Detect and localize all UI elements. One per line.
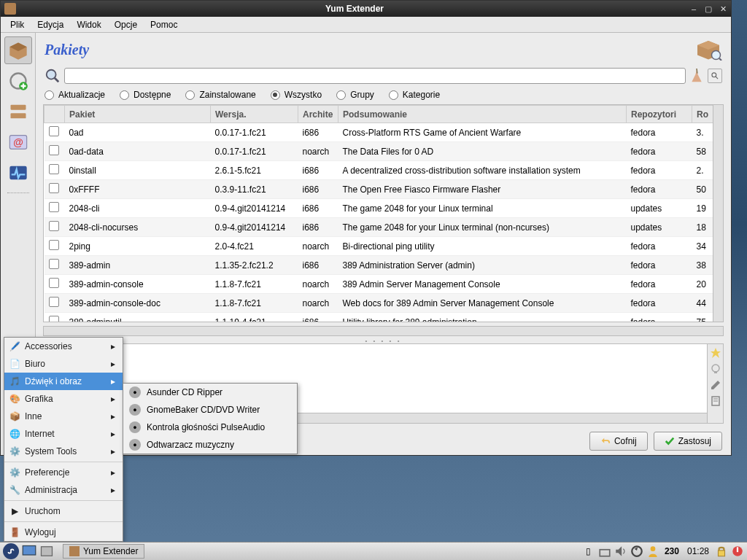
tray-lock-icon[interactable] xyxy=(715,545,728,558)
filter-all[interactable]: Wszystko xyxy=(271,90,322,100)
start-item[interactable]: 📦 Inne ▸ xyxy=(4,408,123,425)
start-item[interactable]: 🔧 Administracja ▸ xyxy=(4,481,123,499)
lightbulb-icon[interactable] xyxy=(710,363,721,375)
taskbar-yum-extender[interactable]: Yum Extender xyxy=(63,544,144,559)
start-item[interactable]: 📄 Biuro ▸ xyxy=(4,355,123,373)
search-options-icon[interactable] xyxy=(708,69,722,83)
table-horizontal-scrollbar[interactable] xyxy=(43,326,724,336)
package-checkbox[interactable] xyxy=(49,126,59,136)
menubar: Plik Edycja Widok Opcje Pomoc xyxy=(1,17,731,33)
apply-button[interactable]: Zastosuj xyxy=(654,432,722,451)
svg-line-10 xyxy=(55,78,59,82)
tray-network-icon[interactable] xyxy=(598,545,611,558)
col-version[interactable]: Wersja. xyxy=(211,106,298,123)
package-row[interactable]: 2048-cli-nocurses 0.9-4.git20141214 i686… xyxy=(44,218,713,237)
filter-installed[interactable]: Zainstalowane xyxy=(185,90,255,100)
menu-help[interactable]: Pomoc xyxy=(144,18,183,31)
edit-icon[interactable] xyxy=(710,379,721,391)
filter-updates[interactable]: Aktualizacje xyxy=(44,90,105,100)
package-summary: Cross-Platform RTS Game of Ancient Warfa… xyxy=(338,123,627,142)
table-vertical-scrollbar[interactable] xyxy=(713,105,723,322)
package-checkbox[interactable] xyxy=(49,316,59,322)
start-item[interactable]: ⚙️ Preferencje ▸ xyxy=(4,464,123,481)
svg-point-7 xyxy=(712,51,721,60)
package-table-container: Pakiet Wersja. Archite Podsumowanie Repo… xyxy=(43,104,724,322)
splitter[interactable]: • • • • • xyxy=(36,338,731,343)
start-item[interactable]: 🎨 Grafika ▸ xyxy=(4,390,123,408)
filter-available[interactable]: Dostępne xyxy=(120,90,171,100)
tray-clock[interactable]: 01:28 xyxy=(684,546,712,556)
package-checkbox[interactable] xyxy=(49,240,59,250)
sidebar-repos[interactable] xyxy=(4,98,32,125)
start-item[interactable]: 🎵 Dźwięk i obraz ▸ xyxy=(4,373,123,390)
close-button[interactable]: ✕ xyxy=(719,4,727,13)
package-checkbox[interactable] xyxy=(49,183,59,193)
undo-button[interactable]: Cofnij xyxy=(589,432,648,451)
start-item[interactable]: 🖊️ Accessories ▸ xyxy=(4,338,123,355)
submenu-item[interactable]: ● Odtwarzacz muzyczny xyxy=(123,436,297,454)
start-button[interactable] xyxy=(3,543,19,559)
package-row[interactable]: 389-admin-console 1.1.8-7.fc21 noarch 38… xyxy=(44,275,713,294)
start-item[interactable]: ▶ Uruchom xyxy=(4,502,123,520)
package-checkbox[interactable] xyxy=(49,297,59,307)
search-input[interactable] xyxy=(64,68,686,84)
document-icon[interactable] xyxy=(710,395,721,407)
svg-point-9 xyxy=(47,70,56,79)
filter-categories[interactable]: Kategorie xyxy=(389,90,440,100)
package-row[interactable]: 2ping 2.0-4.fc21 noarch Bi-directional p… xyxy=(44,237,713,256)
start-item[interactable]: 🚪 Wyloguj xyxy=(4,524,123,541)
menu-view[interactable]: Widok xyxy=(71,18,107,31)
titlebar[interactable]: Yum Extender – ▢ ✕ xyxy=(1,1,731,17)
maximize-button[interactable]: ▢ xyxy=(704,4,713,13)
minimize-button[interactable]: – xyxy=(689,4,698,13)
package-repo: fedora xyxy=(627,142,692,161)
package-row[interactable]: 0xFFFF 0.3.9-11.fc21 i686 The Open Free … xyxy=(44,180,713,199)
package-checkbox[interactable] xyxy=(49,278,59,288)
col-summary[interactable]: Podsumowanie xyxy=(338,106,627,123)
package-summary: The Open Free Fiasco Firmware Flasher xyxy=(338,180,627,199)
col-checkbox[interactable] xyxy=(44,106,65,123)
package-checkbox[interactable] xyxy=(49,259,59,269)
star-icon[interactable] xyxy=(710,347,721,359)
menu-edit[interactable]: Edycja xyxy=(31,18,69,31)
show-desktop-button[interactable] xyxy=(22,544,36,559)
clear-icon[interactable] xyxy=(689,69,704,83)
tray-volume-icon[interactable] xyxy=(614,545,627,558)
package-row[interactable]: 0ad-data 0.0.17-1.fc21 noarch The Data F… xyxy=(44,142,713,161)
package-checkbox[interactable] xyxy=(49,145,59,155)
submenu-item[interactable]: ● Asunder CD Ripper xyxy=(123,384,297,401)
package-checkbox[interactable] xyxy=(49,202,59,212)
submenu-item[interactable]: ● GnomeBaker CD/DVD Writer xyxy=(123,401,297,419)
package-summary: The game 2048 for your Linux terminal xyxy=(338,199,627,218)
filter-groups[interactable]: Grupy xyxy=(336,90,374,100)
start-item[interactable]: ⚙️ System Tools ▸ xyxy=(4,443,123,460)
col-name[interactable]: Pakiet xyxy=(65,106,211,123)
col-arch[interactable]: Archite xyxy=(298,106,338,123)
package-row[interactable]: 2048-cli 0.9-4.git20141214 i686 The game… xyxy=(44,199,713,218)
start-item[interactable]: 🌐 Internet ▸ xyxy=(4,425,123,443)
tray-battery-icon[interactable]: ▯ xyxy=(582,545,595,558)
sidebar-queue[interactable] xyxy=(4,67,32,95)
package-row[interactable]: 389-admin 1.1.35-2.fc21.2 i686 389 Admin… xyxy=(44,256,713,275)
col-repo[interactable]: Repozytori xyxy=(627,106,692,123)
package-row[interactable]: 389-admin-console-doc 1.1.8-7.fc21 noarc… xyxy=(44,294,713,313)
package-row[interactable]: 0install 2.6.1-5.fc21 i686 A decentraliz… xyxy=(44,161,713,180)
tray-logout-icon[interactable] xyxy=(731,545,744,558)
col-size[interactable]: Ro xyxy=(692,106,713,123)
tray-updates-icon[interactable] xyxy=(630,545,643,558)
file-manager-button[interactable] xyxy=(39,544,54,559)
tray-user-icon[interactable] xyxy=(646,545,659,558)
package-checkbox[interactable] xyxy=(49,164,59,174)
sidebar-history[interactable]: @ xyxy=(4,128,32,156)
package-row[interactable]: 0ad 0.0.17-1.fc21 i686 Cross-Platform RT… xyxy=(44,123,713,142)
submenu-item[interactable]: ● Kontrola głośności PulseAudio xyxy=(123,419,297,436)
package-checkbox[interactable] xyxy=(49,221,59,231)
menu-options[interactable]: Opcje xyxy=(109,18,143,31)
package-row[interactable]: 389-adminutil 1.1.19-4.fc21 i686 Utility… xyxy=(44,313,713,322)
menu-file[interactable]: Plik xyxy=(4,18,30,31)
sidebar-output[interactable] xyxy=(4,159,32,187)
sidebar-packages[interactable] xyxy=(4,36,32,64)
submenu-item-label: Asunder CD Ripper xyxy=(147,387,222,397)
tray-count[interactable]: 230 xyxy=(662,546,681,556)
app-icon xyxy=(4,3,16,15)
